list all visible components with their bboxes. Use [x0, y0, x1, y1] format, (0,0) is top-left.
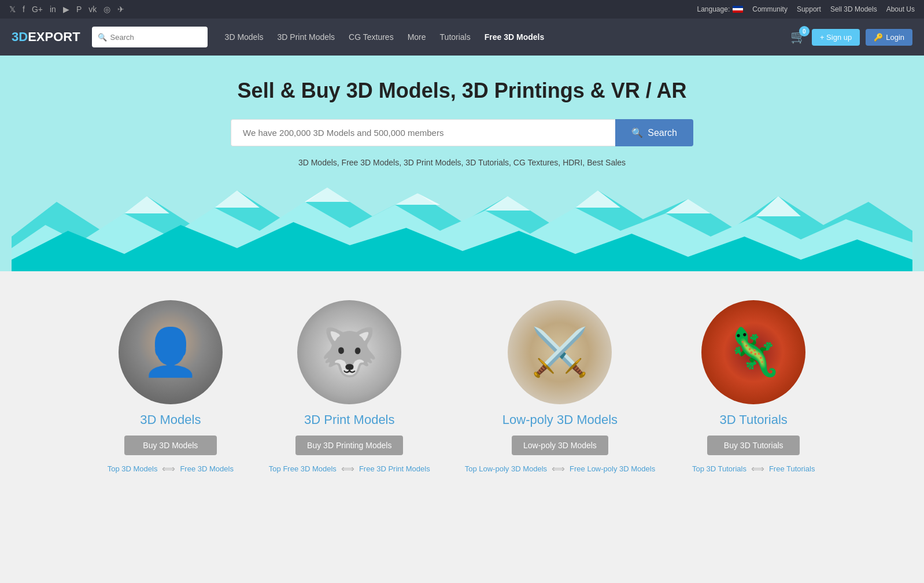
link-separator: ⟺ — [552, 463, 565, 474]
category-links-3d-models: Top 3D Models ⟺ Free 3D Models — [108, 463, 234, 474]
top-lowpoly-link[interactable]: Top Low-poly 3D Models — [465, 464, 547, 473]
logo-suffix: EXPORT — [28, 29, 80, 44]
hero-search-label: Search — [648, 128, 677, 138]
nav-tutorials[interactable]: Tutorials — [434, 29, 476, 45]
cart-badge: 0 — [799, 26, 810, 36]
googleplus-icon[interactable]: G+ — [32, 5, 43, 14]
header: 3DEXPORT 🔍 3D Models 3D Print Models CG … — [0, 19, 924, 56]
nav-3d-models[interactable]: 3D Models — [219, 29, 269, 45]
category-grid: 👤 3D Models Buy 3D Models Top 3D Models … — [57, 300, 867, 474]
facebook-icon[interactable]: f — [23, 5, 25, 14]
twitter-icon[interactable]: 𝕏 — [9, 5, 16, 14]
category-title-lowpoly: Low-poly 3D Models — [502, 412, 618, 427]
link-separator: ⟺ — [751, 463, 764, 474]
logo-prefix: 3D — [12, 29, 28, 44]
flag-icon — [733, 6, 743, 13]
category-title-3d-models: 3D Models — [140, 412, 201, 427]
hero-search-button[interactable]: 🔍 Search — [615, 119, 693, 146]
header-search-input[interactable] — [110, 33, 202, 42]
top-bar-right: Language: Community Support Sell 3D Mode… — [697, 5, 915, 13]
category-image-tutorials: 🦎 — [701, 300, 805, 404]
category-item-lowpoly: ⚔️ Low-poly 3D Models Low-poly 3D Models… — [465, 300, 655, 474]
category-links-tutorials: Top 3D Tutorials ⟺ Free Tutorials — [692, 463, 815, 474]
category-image-3d-models: 👤 — [119, 300, 223, 404]
category-image-lowpoly: ⚔️ — [508, 300, 612, 404]
logo[interactable]: 3DEXPORT — [12, 29, 80, 45]
top-bar: 𝕏 f G+ in ▶ P vk ◎ ✈ Language: Community… — [0, 0, 924, 19]
buy-tutorials-button[interactable]: Buy 3D Tutorials — [707, 436, 800, 455]
login-icon: 🔑 — [874, 33, 883, 42]
search-icon: 🔍 — [631, 127, 643, 138]
header-right: 🛒 0 + Sign up 🔑 Login — [790, 29, 912, 46]
top-free-3d-models-link[interactable]: Top Free 3D Models — [269, 464, 337, 473]
sell-link[interactable]: Sell 3D Models — [830, 5, 877, 13]
svg-marker-3 — [215, 190, 260, 208]
linkedin-icon[interactable]: in — [50, 5, 56, 14]
top-3d-models-link[interactable]: Top 3D Models — [108, 464, 158, 473]
model-dragon-icon: 🦎 — [725, 325, 782, 379]
social-links: 𝕏 f G+ in ▶ P vk ◎ ✈ — [9, 5, 124, 14]
svg-marker-2 — [124, 196, 169, 213]
category-title-tutorials: 3D Tutorials — [719, 412, 787, 427]
mountains-decoration — [12, 185, 912, 271]
instagram-icon[interactable]: ◎ — [104, 5, 110, 14]
category-item-tutorials: 🦎 3D Tutorials Buy 3D Tutorials Top 3D T… — [690, 300, 817, 474]
model-face-icon: 👤 — [142, 325, 199, 379]
lowpoly-button[interactable]: Low-poly 3D Models — [512, 436, 608, 455]
free-lowpoly-link[interactable]: Free Low-poly 3D Models — [570, 464, 655, 473]
pinterest-icon[interactable]: P — [76, 5, 82, 14]
category-links-3d-print: Top Free 3D Models ⟺ Free 3D Print Model… — [269, 463, 430, 474]
free-3d-print-link[interactable]: Free 3D Print Models — [359, 464, 430, 473]
hero-search-input[interactable] — [231, 119, 615, 146]
nav-free-3d-models[interactable]: Free 3D Models — [479, 29, 550, 45]
telegram-icon[interactable]: ✈ — [117, 5, 124, 14]
nav-3d-print[interactable]: 3D Print Models — [272, 29, 341, 45]
youtube-icon[interactable]: ▶ — [63, 5, 69, 14]
login-button[interactable]: 🔑 Login — [866, 29, 912, 46]
free-tutorials-link[interactable]: Free Tutorials — [769, 464, 815, 473]
header-search-box[interactable]: 🔍 — [92, 27, 208, 47]
language-selector[interactable]: Language: — [697, 5, 743, 13]
category-title-3d-print: 3D Print Models — [304, 412, 395, 427]
model-warrior-icon: ⚔️ — [531, 325, 589, 379]
hero-search-container: 🔍 Search — [231, 119, 693, 146]
model-wolf-icon: 🐺 — [320, 325, 378, 379]
vk-icon[interactable]: vk — [88, 5, 97, 14]
svg-marker-6 — [485, 196, 530, 211]
nav-cg-textures[interactable]: CG Textures — [343, 29, 400, 45]
content-section: 👤 3D Models Buy 3D Models Top 3D Models … — [0, 271, 924, 497]
nav-more[interactable]: More — [402, 29, 432, 45]
hero-tags: 3D Models, Free 3D Models, 3D Print Mode… — [298, 158, 626, 167]
community-link[interactable]: Community — [752, 5, 788, 13]
support-link[interactable]: Support — [797, 5, 821, 13]
signup-button[interactable]: + Sign up — [812, 29, 860, 46]
link-separator: ⟺ — [162, 463, 175, 474]
buy-3d-models-button[interactable]: Buy 3D Models — [124, 436, 217, 455]
svg-marker-7 — [575, 190, 620, 208]
category-links-lowpoly: Top Low-poly 3D Models ⟺ Free Low-poly 3… — [465, 463, 655, 474]
cart-button[interactable]: 🛒 0 — [790, 29, 806, 45]
main-nav: 3D Models 3D Print Models CG Textures Mo… — [219, 29, 779, 45]
language-label: Language: — [697, 5, 730, 13]
buy-3d-printing-button[interactable]: Buy 3D Printing Models — [295, 436, 403, 455]
category-item-3d-models: 👤 3D Models Buy 3D Models Top 3D Models … — [107, 300, 234, 474]
search-icon: 🔍 — [98, 33, 107, 42]
svg-marker-4 — [305, 187, 350, 202]
hero-title: Sell & Buy 3D Models, 3D Printings & VR … — [238, 79, 687, 103]
hero-section: Sell & Buy 3D Models, 3D Printings & VR … — [0, 56, 924, 271]
about-link[interactable]: About Us — [886, 5, 915, 13]
link-separator: ⟺ — [341, 463, 354, 474]
category-item-3d-print: 🐺 3D Print Models Buy 3D Printing Models… — [269, 300, 430, 474]
login-label: Login — [886, 33, 904, 42]
free-3d-models-link[interactable]: Free 3D Models — [180, 464, 233, 473]
top-3d-tutorials-link[interactable]: Top 3D Tutorials — [692, 464, 746, 473]
category-image-3d-print: 🐺 — [297, 300, 401, 404]
svg-marker-5 — [395, 193, 440, 205]
